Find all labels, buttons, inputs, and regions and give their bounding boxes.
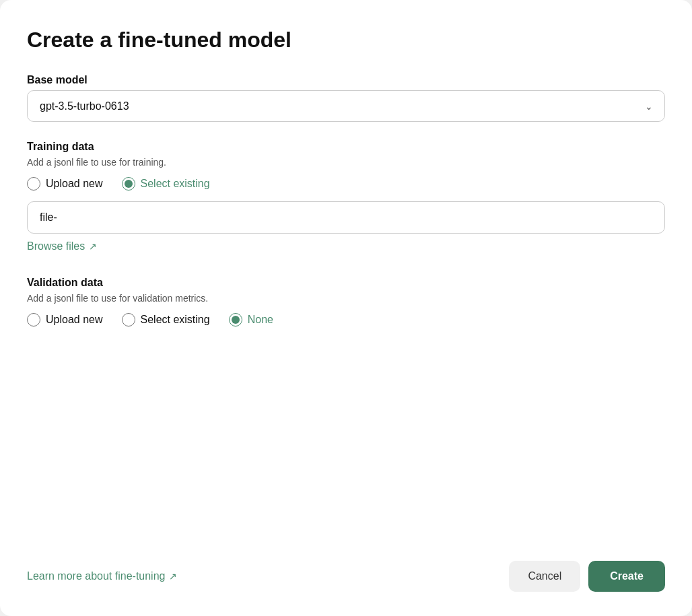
validation-data-section: Validation data Add a jsonl file to use … — [27, 277, 665, 337]
validation-upload-option[interactable]: Upload new — [27, 313, 103, 327]
validation-data-label: Validation data — [27, 277, 665, 289]
base-model-select[interactable]: gpt-3.5-turbo-0613 gpt-3.5-turbo gpt-4 — [27, 90, 665, 122]
validation-select-option[interactable]: Select existing — [122, 313, 210, 327]
training-file-input[interactable] — [27, 201, 665, 234]
validation-select-radio[interactable] — [122, 313, 135, 327]
training-select-label: Select existing — [141, 178, 210, 190]
learn-more-external-icon: ↗ — [169, 571, 177, 582]
training-upload-label: Upload new — [46, 178, 103, 190]
validation-data-description: Add a jsonl file to use for validation m… — [27, 293, 665, 304]
modal-footer: Learn more about fine-tuning ↗ Cancel Cr… — [27, 539, 665, 592]
learn-more-link[interactable]: Learn more about fine-tuning ↗ — [27, 570, 177, 582]
create-button[interactable]: Create — [588, 561, 665, 592]
browse-files-label: Browse files — [27, 240, 85, 252]
validation-upload-label: Upload new — [46, 314, 103, 326]
training-upload-option[interactable]: Upload new — [27, 177, 103, 191]
page-title: Create a fine-tuned model — [27, 27, 665, 53]
browse-files-link[interactable]: Browse files ↗ — [27, 240, 97, 252]
validation-none-option[interactable]: None — [229, 313, 273, 327]
training-select-option[interactable]: Select existing — [122, 177, 210, 191]
validation-upload-radio[interactable] — [27, 313, 40, 327]
training-data-label: Training data — [27, 141, 665, 153]
validation-none-radio[interactable] — [229, 313, 242, 327]
validation-none-label: None — [248, 314, 273, 326]
validation-select-label: Select existing — [141, 314, 210, 326]
training-upload-radio[interactable] — [27, 177, 40, 191]
base-model-label: Base model — [27, 74, 665, 86]
base-model-section: Base model gpt-3.5-turbo-0613 gpt-3.5-tu… — [27, 74, 665, 122]
learn-more-label: Learn more about fine-tuning — [27, 570, 165, 582]
base-model-dropdown-wrapper: gpt-3.5-turbo-0613 gpt-3.5-turbo gpt-4 ⌄ — [27, 90, 665, 122]
validation-radio-group: Upload new Select existing None — [27, 313, 665, 327]
training-radio-group: Upload new Select existing — [27, 177, 665, 191]
footer-buttons: Cancel Create — [509, 561, 665, 592]
external-link-icon: ↗ — [89, 241, 97, 252]
training-select-radio[interactable] — [122, 177, 135, 191]
training-data-section: Training data Add a jsonl file to use fo… — [27, 141, 665, 258]
cancel-button[interactable]: Cancel — [509, 561, 580, 592]
training-data-description: Add a jsonl file to use for training. — [27, 157, 665, 168]
create-fine-tuned-model-modal: Create a fine-tuned model Base model gpt… — [0, 0, 692, 616]
